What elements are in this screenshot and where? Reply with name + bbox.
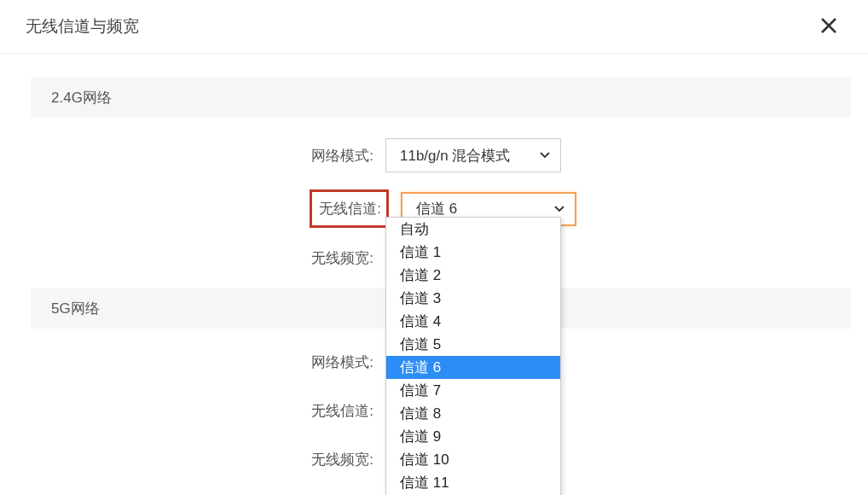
select-24g-mode-value: 11b/g/n 混合模式 <box>400 146 510 166</box>
label-24g-bandwidth: 无线频宽: <box>31 248 385 268</box>
label-5g-channel: 无线信道: <box>31 398 385 421</box>
row-24g-mode: 网络模式: 11b/g/n 混合模式 <box>31 138 851 172</box>
dropdown-option[interactable]: 信道 7 <box>386 379 560 402</box>
label-24g-mode: 网络模式: <box>31 146 385 166</box>
dropdown-option[interactable]: 信道 1 <box>386 241 560 264</box>
label-5g-bandwidth: 无线频宽: <box>31 446 385 469</box>
select-24g-channel-value: 信道 6 <box>416 199 457 218</box>
dropdown-option[interactable]: 信道 3 <box>386 287 560 310</box>
label-5g-mode: 网络模式: <box>31 349 385 372</box>
close-button[interactable] <box>815 15 842 38</box>
dropdown-option[interactable]: 自动 <box>386 218 560 241</box>
label-24g-channel: 无线信道: <box>310 189 389 228</box>
label-24g-channel-wrap: 无线信道: <box>31 189 389 228</box>
dropdown-option[interactable]: 信道 5 <box>386 333 560 356</box>
dropdown-24g-channel[interactable]: 自动信道 1信道 2信道 3信道 4信道 5信道 6信道 7信道 8信道 9信道… <box>385 217 561 495</box>
dialog-title: 无线信道与频宽 <box>26 15 139 38</box>
chevron-down-icon <box>540 152 550 159</box>
dropdown-option[interactable]: 信道 4 <box>386 310 560 333</box>
select-24g-mode[interactable]: 11b/g/n 混合模式 <box>385 138 561 172</box>
dropdown-option[interactable]: 信道 9 <box>386 425 560 448</box>
dropdown-option[interactable]: 信道 2 <box>386 264 560 287</box>
dialog-header: 无线信道与频宽 <box>0 0 868 54</box>
dropdown-option[interactable]: 信道 11 <box>386 471 560 494</box>
chevron-down-icon <box>554 206 564 213</box>
section-24g-title: 2.4G网络 <box>31 78 851 118</box>
dropdown-option[interactable]: 信道 6 <box>386 356 560 379</box>
close-icon <box>820 17 837 34</box>
dropdown-option[interactable]: 信道 8 <box>386 402 560 425</box>
dropdown-option[interactable]: 信道 10 <box>386 448 560 471</box>
